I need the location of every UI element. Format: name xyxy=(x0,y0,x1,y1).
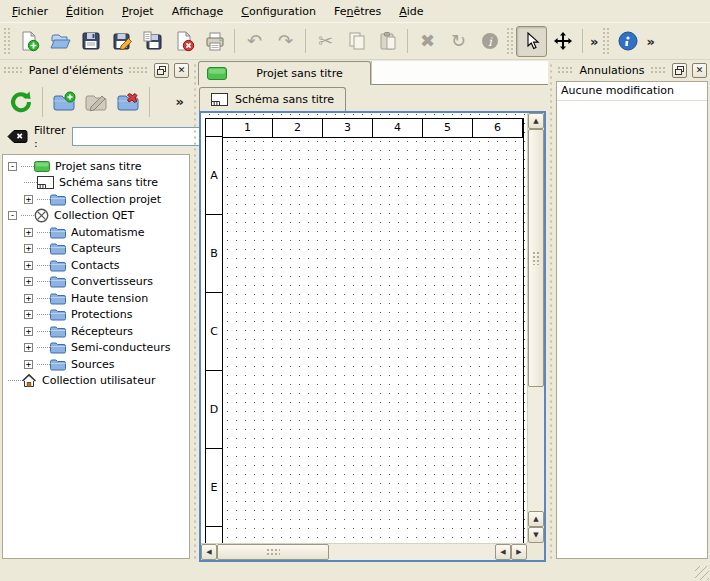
tree-item-protections[interactable]: + Protections xyxy=(3,307,189,324)
schema-canvas[interactable]: 1 2 3 4 5 6 A B C D E xyxy=(201,113,527,543)
tree-expander[interactable]: + xyxy=(24,294,33,303)
row-label-partial xyxy=(205,526,223,543)
scroll-up-button-2[interactable]: ▲ xyxy=(528,511,544,527)
tree-item-haute-tension[interactable]: + Haute tension xyxy=(3,290,189,307)
save-all-button[interactable] xyxy=(137,26,168,57)
close-panel-button[interactable]: ✕ xyxy=(174,63,189,78)
tree-expander[interactable]: + xyxy=(24,343,33,352)
undo-list-item[interactable]: Aucune modification xyxy=(557,82,707,101)
grid-corner-cell xyxy=(205,118,223,138)
diagram-info-button[interactable] xyxy=(612,26,643,57)
toolbar-drag-handle[interactable] xyxy=(602,27,611,55)
elements-tree: - Projet sans titre Schéma sans titre + … xyxy=(2,154,190,559)
tree-expander[interactable]: - xyxy=(8,162,17,171)
menu-affichage[interactable]: Affichage xyxy=(163,1,233,22)
tree-item-capteurs[interactable]: + Capteurs xyxy=(3,241,189,258)
tree-item-automatisme[interactable]: + Automatisme xyxy=(3,224,189,241)
tab-schema-sans-titre[interactable]: Schéma sans titre xyxy=(199,87,346,111)
elements-toolbar-overflow-button[interactable]: » xyxy=(173,94,187,109)
tree-item-convertisseurs[interactable]: + Convertisseurs xyxy=(3,274,189,291)
float-panel-button[interactable] xyxy=(672,63,687,78)
rotate-button[interactable]: ↻ xyxy=(443,26,474,57)
elements-panel-toolbar: » xyxy=(0,80,192,123)
vertical-scroll-thumb[interactable] xyxy=(528,129,544,387)
tree-item-schema-sans-titre[interactable]: Schéma sans titre xyxy=(3,175,189,192)
tree-item-recepteurs[interactable]: + Récepteurs xyxy=(3,323,189,340)
tree-expander[interactable]: + xyxy=(24,360,33,369)
open-project-button[interactable] xyxy=(44,26,75,57)
undo-button[interactable]: ↶ xyxy=(239,26,270,57)
select-tool-button[interactable] xyxy=(516,26,547,57)
tree-expander[interactable]: + xyxy=(24,195,33,204)
dock-drag-texture[interactable] xyxy=(557,66,574,75)
tree-expander[interactable]: + xyxy=(24,244,33,253)
save-button[interactable] xyxy=(75,26,106,57)
dock-drag-texture[interactable] xyxy=(128,66,149,75)
tree-expander[interactable]: + xyxy=(24,310,33,319)
tree-expander[interactable]: + xyxy=(24,327,33,336)
paste-button[interactable] xyxy=(372,26,403,57)
tree-expander[interactable]: + xyxy=(24,261,33,270)
clear-filter-button[interactable] xyxy=(7,129,28,144)
menu-fenetres[interactable]: Fenêtres xyxy=(325,1,390,22)
scroll-left-button[interactable]: ◀ xyxy=(201,544,217,560)
resize-grip[interactable] xyxy=(695,566,709,580)
tree-item-sources[interactable]: + Sources xyxy=(3,356,189,373)
new-project-button[interactable] xyxy=(13,26,44,57)
scroll-left-button-2[interactable]: ◀ xyxy=(495,544,511,560)
scroll-down-button[interactable]: ▼ xyxy=(528,527,544,543)
menu-edition[interactable]: Édition xyxy=(57,1,113,22)
toolbar-overflow-button[interactable]: » xyxy=(587,34,601,49)
toolbar-overflow-button[interactable]: » xyxy=(643,34,657,49)
copy-button[interactable] xyxy=(341,26,372,57)
column-header: 1 2 3 4 5 6 xyxy=(205,118,523,138)
close-panel-button[interactable]: ✕ xyxy=(692,63,707,78)
dock-drag-texture[interactable] xyxy=(3,66,24,75)
horizontal-scrollbar: ◀ ◀ ▶ xyxy=(201,543,527,560)
toolbar-separator xyxy=(407,29,408,53)
edit-category-button[interactable] xyxy=(80,86,112,118)
move-tool-button[interactable] xyxy=(547,26,578,57)
float-panel-button[interactable] xyxy=(154,63,169,78)
folder-icon xyxy=(50,292,66,305)
close-file-button[interactable] xyxy=(168,26,199,57)
tree-item-projet-sans-titre[interactable]: - Projet sans titre xyxy=(3,158,189,175)
tree-item-collection-utilisateur[interactable]: Collection utilisateur xyxy=(3,373,189,390)
project-tab-label: Projet sans titre xyxy=(237,67,362,80)
dock-drag-texture[interactable] xyxy=(650,66,667,75)
tree-expander[interactable]: + xyxy=(24,277,33,286)
print-button[interactable] xyxy=(199,26,230,57)
element-info-button[interactable]: i xyxy=(474,26,505,57)
tree-item-semi-conducteurs[interactable]: + Semi-conducteurs xyxy=(3,340,189,357)
menu-aide[interactable]: Aide xyxy=(390,1,432,22)
reload-collections-button[interactable] xyxy=(5,86,37,118)
delete-category-button[interactable] xyxy=(112,86,144,118)
tree-expander[interactable]: + xyxy=(24,228,33,237)
qet-icon xyxy=(34,208,49,223)
toolbar-drag-handle[interactable] xyxy=(506,27,515,55)
scroll-up-button[interactable]: ▲ xyxy=(528,113,544,129)
horizontal-scroll-thumb[interactable] xyxy=(217,544,329,560)
cut-button[interactable]: ✂ xyxy=(310,26,341,57)
redo-button[interactable]: ↷ xyxy=(270,26,301,57)
tree-expander[interactable]: - xyxy=(8,211,17,220)
row-label: A xyxy=(205,136,223,215)
menu-fichier[interactable]: Fichier xyxy=(3,1,57,22)
menu-projet[interactable]: Projet xyxy=(113,1,163,22)
tab-bar-empty-area xyxy=(371,61,548,85)
toolbar-drag-handle[interactable] xyxy=(3,27,12,55)
folder-icon xyxy=(50,325,66,338)
tab-projet-sans-titre[interactable]: Projet sans titre xyxy=(198,61,371,85)
new-category-button[interactable] xyxy=(48,86,80,118)
folder-icon xyxy=(50,341,66,354)
undo-icon: ↶ xyxy=(247,32,262,50)
tree-item-collection-qet[interactable]: - Collection QET xyxy=(3,208,189,225)
menu-configuration[interactable]: Configuration xyxy=(232,1,325,22)
column-label: 4 xyxy=(372,118,423,138)
info-blue-icon xyxy=(617,30,639,52)
save-as-button[interactable] xyxy=(106,26,137,57)
delete-button[interactable]: ✖ xyxy=(412,26,443,57)
scroll-right-button[interactable]: ▶ xyxy=(511,544,527,560)
tree-item-collection-projet[interactable]: + Collection projet xyxy=(3,191,189,208)
tree-item-contacts[interactable]: + Contacts xyxy=(3,257,189,274)
